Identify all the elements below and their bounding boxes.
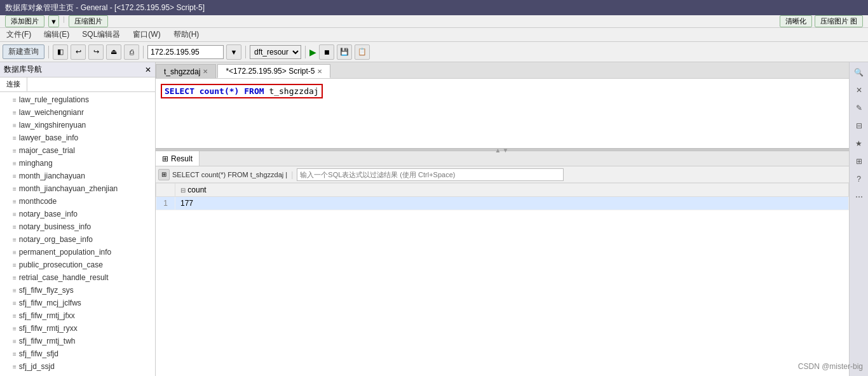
- right-icon-search[interactable]: 🔍: [851, 65, 867, 80]
- table-name: sfj_fifw_sfjd: [19, 349, 58, 358]
- toolbar-sep-4: [305, 46, 306, 58]
- result-filter-input[interactable]: [297, 168, 564, 181]
- table-icon: ≡: [13, 173, 17, 180]
- table-icon: ≡: [13, 300, 17, 307]
- result-toolbar: ⊞ SELECT count(*) FROM t_shgzzdaj | |: [156, 166, 849, 183]
- table-icon: ≡: [13, 249, 17, 256]
- table-icon: ≡: [13, 236, 17, 243]
- table-header-row: ⊟ count: [156, 184, 849, 197]
- compress-image-button[interactable]: 压缩图片: [69, 15, 108, 27]
- list-item[interactable]: ≡notary_base_info: [0, 208, 155, 220]
- table-row[interactable]: 1177: [156, 197, 849, 210]
- new-query-button[interactable]: 新建查询: [3, 44, 44, 59]
- table-name: sfj_fifw_flyz_sys: [19, 286, 74, 295]
- list-item[interactable]: ≡monthcode: [0, 195, 155, 208]
- right-icon-close[interactable]: ✕: [851, 83, 867, 98]
- table-icon: ≡: [13, 262, 17, 269]
- list-item[interactable]: ≡law_rule_regulations: [0, 93, 155, 106]
- table-icon: ≡: [13, 185, 17, 192]
- splitter[interactable]: ▲▼: [156, 149, 849, 151]
- list-item[interactable]: ≡permanent_population_info: [0, 246, 155, 258]
- sidebar-tabs: 连接: [0, 77, 155, 92]
- list-item[interactable]: ≡law_xingshirenyuan: [0, 119, 155, 131]
- table-name: notary_base_info: [19, 210, 78, 218]
- menu-edit[interactable]: 编辑(E): [40, 29, 73, 41]
- sidebar-list[interactable]: ≡law_rule_regulations≡law_weichengnianr≡…: [0, 92, 155, 376]
- clear-button[interactable]: 清晰化: [780, 15, 812, 27]
- save-button[interactable]: 💾: [337, 44, 352, 60]
- sidebar-title: 数据库导航: [4, 64, 42, 75]
- list-item[interactable]: ≡notary_business_info: [0, 220, 155, 233]
- list-item[interactable]: ≡sfj_fifw_rmtj_jfxx: [0, 309, 155, 322]
- list-item[interactable]: ≡major_case_trial: [0, 144, 155, 157]
- tab-active[interactable]: *<172.25.195.95> Script-5 ✕: [217, 64, 330, 78]
- result-sql-display: SELECT count(*) FROM t_shgzzdaj |: [172, 171, 287, 178]
- shrink-button[interactable]: 压缩图片 图: [815, 15, 863, 27]
- list-item[interactable]: ≡minghang: [0, 157, 155, 170]
- add-image-button[interactable]: 添加图片: [5, 15, 44, 27]
- sidebar-close-icon[interactable]: ✕: [145, 65, 151, 74]
- database-select[interactable]: dft_resour: [250, 45, 301, 59]
- table-name: major_case_trial: [19, 146, 75, 155]
- toolbar-icon-3[interactable]: ↪: [88, 44, 104, 60]
- list-item[interactable]: ≡notary_org_base_info: [0, 233, 155, 246]
- toolbar-icon-5[interactable]: ⎙: [124, 44, 139, 60]
- right-icons-panel: 🔍 ✕ ✎ ⊟ ★ ⊞ ? ⋯: [849, 62, 868, 376]
- right-icon-question[interactable]: ?: [851, 171, 867, 187]
- table-name: notary_business_info: [19, 222, 91, 231]
- menu-sql-editor[interactable]: SQL编辑器: [78, 29, 124, 41]
- table-name: sfj_fifw_mcj_jclfws: [19, 299, 81, 307]
- table-name: notary_org_base_info: [19, 235, 93, 244]
- list-item[interactable]: ≡sfj_jyfxryxx: [0, 373, 155, 376]
- stop-button[interactable]: ⏹: [319, 44, 334, 60]
- splitter-indicator: ▲▼: [495, 147, 510, 154]
- list-item[interactable]: ≡retrial_case_handle_result: [0, 271, 155, 284]
- result-sep: |: [291, 170, 293, 179]
- right-icon-star[interactable]: ★: [851, 136, 867, 151]
- table-name: monthcode: [19, 197, 57, 206]
- right-icon-pencil[interactable]: ✎: [851, 100, 867, 116]
- list-item[interactable]: ≡sfj_fifw_sfjd: [0, 347, 155, 360]
- result-tab-result[interactable]: ⊞ Result: [156, 151, 200, 166]
- toolbar-icon-2[interactable]: ↩: [71, 44, 86, 60]
- copy-button[interactable]: 📋: [355, 44, 370, 60]
- list-item[interactable]: ≡sfj_fifw_rmtj_twh: [0, 335, 155, 347]
- tab-active-close[interactable]: ✕: [317, 68, 322, 75]
- ip-dropdown-button[interactable]: ▼: [226, 44, 241, 60]
- sql-select-keyword: SELECT: [165, 86, 194, 96]
- count-value-cell: 177: [175, 197, 849, 210]
- table-name: retrial_case_handle_result: [19, 273, 109, 282]
- run-button[interactable]: ▶: [309, 47, 316, 57]
- sidebar-header: 数据库导航 ✕: [0, 62, 155, 77]
- right-icon-more[interactable]: ⋯: [851, 189, 867, 205]
- menu-file[interactable]: 文件(F): [3, 29, 35, 41]
- script-editor[interactable]: SELECT count(*) FROM t_shgzzdaj: [156, 79, 849, 149]
- table-name: minghang: [19, 159, 53, 168]
- menu-window[interactable]: 窗口(W): [129, 29, 164, 41]
- tab-inactive-close[interactable]: ✕: [203, 68, 208, 75]
- list-item[interactable]: ≡sfj_fifw_flyz_sys: [0, 284, 155, 297]
- list-item[interactable]: ≡sfj_jd_ssjd: [0, 360, 155, 373]
- menu-help[interactable]: 帮助(H): [170, 29, 203, 41]
- toolbar-icon-4[interactable]: ⏏: [106, 44, 121, 60]
- result-table-area: ⊟ count 1177: [156, 183, 849, 376]
- list-item[interactable]: ≡sfj_fifw_mcj_jclfws: [0, 297, 155, 309]
- result-icon-1[interactable]: ⊞: [158, 169, 170, 180]
- toolbar: 新建查询 ◧ ↩ ↪ ⏏ ⎙ ▼ dft_resour ▶ ⏹ 💾 📋: [0, 42, 868, 62]
- table-icon: ≡: [13, 351, 17, 358]
- list-item[interactable]: ≡public_prosecution_case: [0, 258, 155, 271]
- sidebar-tab-connect[interactable]: 连接: [0, 77, 27, 91]
- list-item[interactable]: ≡sfj_fifw_rmtj_ryxx: [0, 322, 155, 335]
- list-item[interactable]: ≡month_jianchayuan: [0, 170, 155, 182]
- add-image-dropdown-button[interactable]: ▼: [48, 15, 59, 27]
- toolbar-icon-1[interactable]: ◧: [53, 44, 68, 60]
- tab-inactive[interactable]: t_shgzzdaj ✕: [156, 64, 216, 78]
- right-icon-filter[interactable]: ⊟: [851, 118, 867, 133]
- title-bar: 数据库对象管理主页 - General - [<172.25.195.95> S…: [0, 0, 868, 15]
- right-icon-grid[interactable]: ⊞: [851, 154, 867, 169]
- list-item[interactable]: ≡law_weichengnianr: [0, 106, 155, 119]
- table-icon: ≡: [13, 97, 17, 104]
- list-item[interactable]: ≡month_jianchayuan_zhenjian: [0, 182, 155, 195]
- list-item[interactable]: ≡lawyer_base_info: [0, 131, 155, 144]
- ip-input[interactable]: [147, 45, 224, 59]
